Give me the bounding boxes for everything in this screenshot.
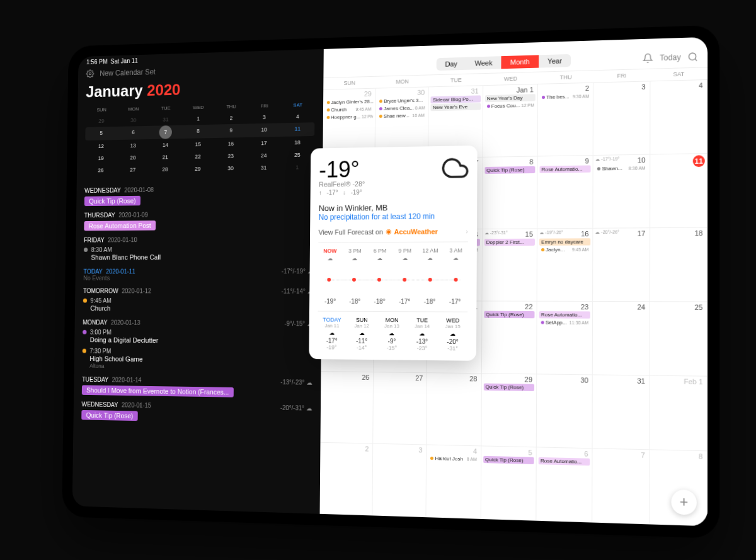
mini-cal-day[interactable]: 1 [182, 112, 215, 125]
month-event[interactable]: Doppler 2 First... [484, 238, 535, 246]
month-cell[interactable]: Feb 1 [650, 375, 707, 451]
month-event[interactable]: James Clea...8 AM [377, 104, 427, 112]
mini-cal-day[interactable]: 14 [149, 139, 182, 151]
weather-day[interactable]: MONJan 13☁-9°-15° [377, 317, 406, 351]
mini-calendar[interactable]: SUNMONTUEWEDTHUFRISAT 293031123456789101… [77, 99, 323, 181]
mini-cal-day[interactable]: 30 [117, 113, 149, 126]
mini-cal-day[interactable]: 26 [85, 164, 117, 176]
mini-cal-day[interactable]: 1 [280, 161, 314, 173]
month-cell[interactable]: 11 [650, 154, 707, 228]
mini-cal-day[interactable]: 24 [247, 149, 280, 161]
agenda-list[interactable]: WEDNESDAY 2020-01-08Quick Tip (Rose)THUR… [72, 178, 323, 513]
weather-day[interactable]: TUEJan 14☁-13°-23° [408, 317, 437, 351]
agenda-event-pill[interactable]: Quick Tip (Rose) [81, 409, 137, 420]
agenda-event-pill[interactable]: Rose Automation Post [84, 220, 156, 231]
mini-cal-day[interactable]: 13 [117, 139, 149, 152]
month-cell[interactable]: 9Rose Automatio... [537, 156, 593, 229]
month-event[interactable]: Rose Automatio... [540, 165, 591, 173]
today-button[interactable]: Today [660, 52, 681, 62]
mini-cal-day[interactable]: 25 [280, 148, 314, 161]
month-cell[interactable]: 2 [319, 442, 373, 515]
month-cell[interactable]: 31 [593, 375, 650, 450]
mini-cal-day[interactable]: 23 [214, 149, 248, 162]
mini-cal-day[interactable]: 22 [181, 150, 214, 163]
month-event[interactable]: Emryn no daycare [539, 238, 591, 246]
mini-cal-day[interactable]: 7 [159, 125, 171, 139]
mini-cal-day[interactable]: 16 [214, 137, 248, 149]
mini-cal-day[interactable]: 3 [248, 110, 281, 123]
mini-cal-day[interactable]: 21 [149, 151, 181, 163]
month-cell[interactable]: 6Rose Automatio... [536, 447, 593, 522]
month-cell[interactable]: 27 [373, 372, 427, 445]
add-event-button[interactable]: + [671, 489, 697, 515]
month-event[interactable]: Quick Tip (Rose) [483, 455, 534, 464]
mini-cal-day[interactable]: 10 [248, 123, 281, 137]
mini-cal-day[interactable]: 29 [181, 162, 214, 174]
month-cell[interactable]: 8Quick Tip (Rose) [483, 156, 538, 229]
month-event[interactable]: The bes...9:30 AM [540, 93, 591, 101]
month-cell[interactable]: 3 [593, 81, 650, 156]
seg-year[interactable]: Year [539, 54, 571, 67]
month-cell[interactable]: 22Quick Tip (Rose) [482, 301, 537, 374]
month-cell[interactable]: 29Quick Tip (Rose) [481, 374, 537, 447]
month-cell[interactable]: ☁ -17°/-19°10Shawn...8:30 AM [593, 154, 650, 228]
month-event[interactable]: Rose Automatio... [539, 311, 591, 319]
agenda-event-pill[interactable]: Should I Move from Evernote to Notion (F… [82, 385, 234, 397]
mini-cal-day[interactable]: 17 [248, 136, 281, 149]
full-forecast-link[interactable]: View Full Forecast on ◉ AccuWeather › [318, 227, 468, 243]
month-event[interactable]: Quick Tip (Rose) [484, 311, 534, 318]
mini-cal-day[interactable]: 30 [214, 162, 248, 174]
month-cell[interactable]: 2The bes...9:30 AM [538, 83, 594, 156]
month-cell[interactable]: Jan 1New Year's DayFocus Cou...12 PM [483, 84, 538, 157]
new-calendar-set-button[interactable]: New Calendar Set [100, 67, 156, 77]
month-cell[interactable]: 28 [427, 373, 482, 446]
month-cell[interactable]: 5Quick Tip (Rose) [481, 446, 537, 520]
agenda-event[interactable]: 9:45 AMChurch [83, 295, 313, 314]
month-event[interactable]: Quick Tip (Rose) [484, 383, 535, 391]
month-cell[interactable]: 30 [537, 374, 593, 449]
month-cell[interactable]: 26 [320, 372, 374, 444]
month-event[interactable]: Hoeppner g...12 PM [325, 113, 374, 121]
gear-icon[interactable] [86, 69, 94, 78]
bell-icon[interactable] [643, 53, 653, 64]
weather-day[interactable]: WEDJan 15☁-20°-31° [438, 317, 467, 351]
seg-week[interactable]: Week [466, 56, 501, 70]
view-segmented-control[interactable]: Day Week Month Year [436, 54, 571, 70]
month-event[interactable]: SetApp...11:30 AM [539, 319, 591, 326]
mini-cal-day[interactable]: 9 [214, 123, 248, 137]
seg-day[interactable]: Day [436, 57, 466, 70]
weather-precipitation[interactable]: No precipitation for at least 120 min [319, 211, 468, 221]
month-cell[interactable]: ☁ -20°/-26°17 [593, 228, 650, 302]
month-event[interactable]: Bryce Unger's 3... [377, 96, 427, 105]
mini-cal-day[interactable]: 27 [117, 163, 149, 176]
month-event[interactable]: Sidecar Blog Po... [431, 95, 481, 103]
agenda-event[interactable]: 3:00 PMDoing a Digital Declutter [83, 327, 313, 346]
weather-day[interactable]: SUNJan 12☁-11°-14° [347, 316, 376, 350]
agenda-event-pill[interactable]: Quick Tip (Rose) [84, 195, 140, 205]
month-cell[interactable]: 4Haircut Josh8 AM [427, 445, 481, 518]
month-cell[interactable]: 23Rose Automatio...SetApp...11:30 AM [537, 301, 593, 375]
month-cell[interactable]: 3 [373, 443, 427, 517]
month-event[interactable]: Quick Tip (Rose) [484, 166, 535, 173]
month-event[interactable]: Jaclyn Ginter's 28... [325, 98, 374, 106]
month-event[interactable]: New Year's Day [485, 94, 536, 102]
mini-cal-day[interactable]: 31 [149, 113, 182, 125]
month-event[interactable]: Shawn...8:30 AM [595, 164, 648, 173]
month-cell[interactable]: 7 [593, 449, 650, 524]
mini-cal-day[interactable]: 19 [85, 152, 117, 164]
mini-cal-day[interactable]: 2 [215, 111, 248, 125]
month-cell[interactable]: 4 [650, 79, 707, 154]
month-event[interactable]: Focus Cou...12 PM [485, 101, 536, 110]
month-event[interactable]: Rose Automatio... [539, 457, 590, 465]
mini-cal-day[interactable]: 8 [181, 124, 214, 138]
month-event[interactable]: Shae new...10 AM [377, 111, 427, 120]
month-cell[interactable]: 8 [650, 450, 707, 526]
mini-cal-day[interactable]: 12 [85, 140, 117, 152]
mini-cal-day[interactable]: 6 [117, 125, 149, 139]
agenda-event[interactable]: 7:30 PMHigh School GameAltona [82, 346, 312, 372]
seg-month[interactable]: Month [501, 55, 539, 69]
mini-cal-day[interactable]: 20 [117, 151, 149, 164]
month-cell[interactable]: 25 [650, 302, 707, 377]
mini-cal-day[interactable]: 15 [181, 138, 214, 151]
mini-cal-day[interactable]: 29 [86, 114, 118, 127]
